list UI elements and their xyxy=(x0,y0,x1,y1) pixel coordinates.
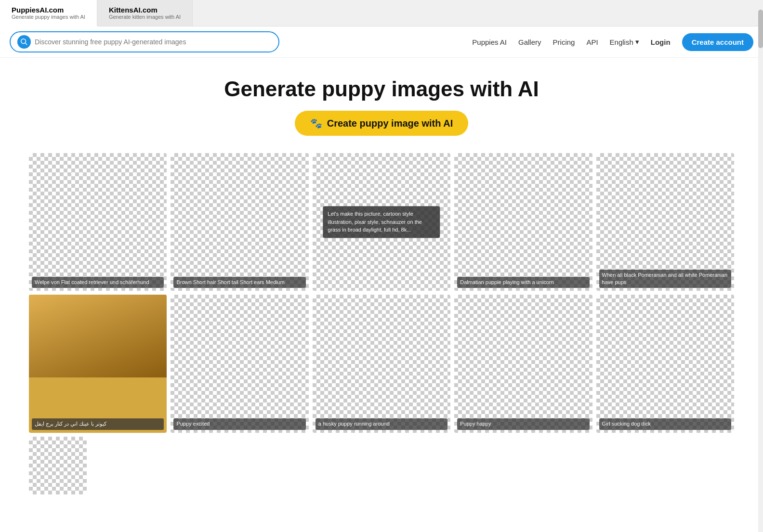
tooltip-3: Let's make this picture, cartoon style i… xyxy=(323,206,440,238)
tab-bar: PuppiesAI.com Generate puppy images with… xyxy=(0,0,763,26)
grid-item-5[interactable]: When all black Pomeranian and all white … xyxy=(596,153,734,291)
image-label-10: Girl sucking dog dick xyxy=(599,418,731,429)
tab-puppies-title: PuppiesAI.com xyxy=(12,6,85,14)
image-label-5: When all black Pomeranian and all white … xyxy=(599,270,731,288)
grid-item-4[interactable]: Dalmatian puppie playing with a unicorn xyxy=(454,153,592,291)
nav-api[interactable]: API xyxy=(586,38,598,46)
scrollbar[interactable] xyxy=(758,0,763,502)
checkerboard-11 xyxy=(29,437,87,494)
image-label-9: Puppy happy xyxy=(457,418,589,429)
grid-item-11[interactable] xyxy=(29,437,87,494)
grid-item-3[interactable]: Let's make this picture, cartoon style i… xyxy=(313,153,450,291)
hero-section: Generate puppy images with AI 🐾 Create p… xyxy=(0,58,763,145)
checkerboard-9 xyxy=(454,295,592,432)
tab-kittens-title: KittensAI.com xyxy=(109,6,181,14)
create-account-button[interactable]: Create account xyxy=(682,33,753,51)
generate-label: Create puppy image with AI xyxy=(327,118,453,129)
tab-kittens-subtitle: Generate kitten images with AI xyxy=(109,14,181,20)
language-label: English xyxy=(610,38,633,46)
grid-item-2[interactable]: Brown Short hair Short tail Short ears M… xyxy=(171,153,308,291)
puppy-image xyxy=(29,295,167,377)
paw-icon: 🐾 xyxy=(310,117,322,129)
image-label-2: Brown Short hair Short tail Short ears M… xyxy=(173,277,305,288)
checkerboard-1 xyxy=(29,153,167,291)
generate-button[interactable]: 🐾 Create puppy image with AI xyxy=(295,111,469,136)
tab-puppies[interactable]: PuppiesAI.com Generate puppy images with… xyxy=(0,0,97,26)
search-icon xyxy=(17,35,31,49)
chevron-down-icon: ▾ xyxy=(635,38,639,46)
grid-item-8[interactable]: a husky puppy running around xyxy=(313,295,450,432)
grid-item-9[interactable]: Puppy happy xyxy=(454,295,592,432)
nav-links: Puppies AI Gallery Pricing API English ▾… xyxy=(472,33,753,51)
checkerboard-10 xyxy=(596,295,734,432)
hero-title: Generate puppy images with AI xyxy=(10,77,753,101)
language-selector[interactable]: English ▾ xyxy=(610,38,639,46)
nav-puppies-ai[interactable]: Puppies AI xyxy=(472,38,507,46)
image-label-1: Welpe von Flat coated retriever und schä… xyxy=(32,277,164,288)
image-grid: Welpe von Flat coated retriever und schä… xyxy=(0,145,763,502)
image-label-8: a husky puppy running around xyxy=(316,418,447,429)
scrollbar-thumb[interactable] xyxy=(758,10,763,48)
search-bar[interactable] xyxy=(10,31,279,52)
image-label-6: كيوتر با عينك اني در كنار برج ايفل xyxy=(32,418,164,429)
grid-item-6[interactable]: كيوتر با عينك اني در كنار برج ايفل xyxy=(29,295,167,432)
image-label-4: Dalmatian puppie playing with a unicorn xyxy=(457,277,589,288)
checkerboard-2 xyxy=(171,153,308,291)
navbar: Puppies AI Gallery Pricing API English ▾… xyxy=(0,26,763,58)
checkerboard-8 xyxy=(313,295,450,432)
checkerboard-4 xyxy=(454,153,592,291)
login-button[interactable]: Login xyxy=(651,38,671,46)
grid-item-7[interactable]: Puppy excited xyxy=(171,295,308,432)
tab-kittens[interactable]: KittensAI.com Generate kitten images wit… xyxy=(97,0,193,26)
nav-pricing[interactable]: Pricing xyxy=(553,38,575,46)
checkerboard-7 xyxy=(171,295,308,432)
grid-item-10[interactable]: Girl sucking dog dick xyxy=(596,295,734,432)
grid-item-1[interactable]: Welpe von Flat coated retriever und schä… xyxy=(29,153,167,291)
nav-gallery[interactable]: Gallery xyxy=(518,38,541,46)
search-input[interactable] xyxy=(35,38,272,46)
tab-puppies-subtitle: Generate puppy images with AI xyxy=(12,14,85,20)
image-label-7: Puppy excited xyxy=(173,418,305,429)
